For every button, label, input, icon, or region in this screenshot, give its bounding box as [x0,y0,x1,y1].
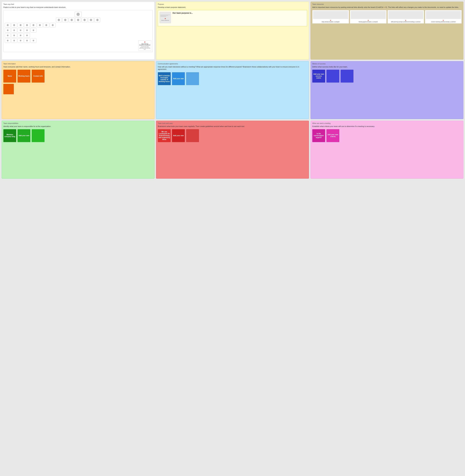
org-template-title: Org chart by location | Lucidchart [139,43,150,45]
purpose-text-area: Our team purpose is... [172,12,305,14]
responsibilities-sticky-2[interactable]: Add your own [18,129,30,142]
resource-label-3: DMS planning example (conditional format… [391,21,421,22]
mission-label: Mission alignment [161,20,169,21]
tools-sticky-3[interactable] [186,129,199,142]
org-template-desc: Use this org chart template, then paste … [139,46,150,50]
org-row-5 [5,33,151,38]
panel-comms: Communication agreements How will you re… [156,61,309,119]
tools-desc: Brainstorm what tools your team uses reg… [158,125,307,128]
org-node-6-1 [5,38,11,43]
info-sticky-hours[interactable]: Working hours [18,70,30,83]
info-sticky-contact[interactable]: Contact info [32,70,44,83]
info-desc: Have everyone add their name, working ho… [3,66,153,68]
comms-label: Communication agreements [158,63,307,65]
org-node-5-4 [24,33,30,38]
org-node-5-3 [18,33,23,38]
purpose-inner[interactable]: ✱ Mission alignment Our team purpose is.… [158,10,307,26]
purpose-thumbnail: ✱ Mission alignment [160,12,171,23]
thumb-lines [160,14,170,17]
org-avatar [76,13,80,16]
org-node-2-5 [82,18,87,22]
resource-icon-1: ✱ [330,20,331,21]
panel-purpose: Purpose Develop a team purpose statement… [156,2,309,60]
meeting-stickies-row: Is the conversation urgent? Add your own… [312,129,462,142]
thumb-line-3 [160,16,166,17]
org-node-6-5 [31,38,36,43]
org-node-2-3 [69,18,74,22]
org-node-3-4 [24,23,30,27]
responsibilities-stickies-row: Maintain company blog Add your own [3,129,153,142]
panel-meeting: When we need a meeting Establish what cr… [311,121,463,179]
metrics-sticky-3[interactable] [341,70,353,83]
resource-card-1[interactable]: ✱ Daily standup template | Lucidspark [312,10,349,23]
metrics-desc: Define what success looks like for your … [312,66,462,68]
org-row-4 [5,28,151,33]
resource-card-2[interactable]: ✱ Meeting agenda template | Lucidspark [350,10,387,23]
metrics-label: Metrics of success [312,63,462,65]
comms-stickies-row: We'll schedule messages outside of worki… [158,72,307,85]
org-node-3-5 [31,23,36,27]
meeting-sticky-2[interactable]: Add your own criteria [327,129,339,142]
comms-sticky-1[interactable]: We'll schedule messages outside of worki… [158,72,171,85]
responsibilities-sticky-3[interactable] [32,129,44,142]
metrics-sticky-2[interactable] [327,70,339,83]
resource-icon-3: ✱ [405,20,406,21]
org-node-3-1 [5,23,11,27]
org-node-4-3 [18,28,23,33]
thumb-line-1 [160,15,170,15]
comms-sticky-2[interactable]: Add your own [172,72,185,85]
org-node-2-1 [56,18,62,22]
org-node-3-2 [11,23,17,27]
org-node-4-1 [5,28,11,33]
info-stickies-row2 [3,84,153,94]
purpose-label: Purpose [158,3,307,5]
panel-info: Team information Have everyone add their… [2,61,154,119]
tools-sticky-1[interactable]: We use Lucidspark for brainstorming and … [158,129,171,142]
org-row-top [5,11,151,17]
org-node-3-7 [43,23,49,27]
org-node-3-3 [18,23,23,27]
panel-resources: Team resources Add in important team res… [311,2,463,60]
resource-icon-4: ✱ [443,20,444,21]
org-node-6-4 [24,38,30,43]
lucidchart-icon: ✱ [144,41,146,43]
org-chart-area[interactable]: ✱ Org chart by location | Lucidchart Use… [3,10,153,52]
purpose-desc: Develop a team purpose statement. [158,6,307,9]
org-template-box: ✱ Org chart by location | Lucidchart Use… [138,40,151,51]
org-row-2 [5,18,151,22]
org-node-ceo [74,11,82,17]
tools-stickies-row: We use Lucidspark for brainstorming and … [158,129,307,142]
resource-icon-2: ✱ [368,20,369,21]
resources-grid: ✱ Daily standup template | Lucidspark ✱ … [312,10,462,23]
panel-tools: Team tools and uses Brainstorm what tool… [156,121,309,179]
org-node-4-4 [24,28,30,33]
org-row-6 [5,38,151,43]
resource-card-4[interactable]: ✱ Content marketing workflow example | L… [425,10,462,23]
meeting-desc: Establish what criteria your team will u… [312,125,462,128]
responsibilities-desc: Identify what your team is responsible f… [3,125,153,128]
main-grid: Team org chart Paste in a link to your t… [2,2,463,179]
org-node-5-1 [5,33,11,38]
panel-responsibilities: Team responsibilities Identify what your… [2,121,154,179]
org-label: Team org chart [3,3,153,5]
meeting-label: When we need a meeting [312,122,462,124]
info-stickies-row: Name Working hours Contact info [3,70,153,83]
resource-thumb-4 [426,11,461,19]
info-sticky-extra[interactable] [3,84,14,94]
resource-label-4: Content marketing workflow example | Luc… [431,21,456,22]
info-sticky-name[interactable]: Name [3,70,16,83]
tools-sticky-2[interactable]: Add your own [172,129,185,142]
resource-thumb-2 [351,11,386,19]
org-node-2-6 [88,18,94,22]
metrics-sticky-1[interactable]: Add your own success metric [312,70,325,83]
mission-icon: ✱ [165,18,166,20]
org-node-3-6 [37,23,43,27]
resource-label-2: Meeting agenda template | Lucidspark [359,21,378,22]
org-node-2-4 [75,18,81,22]
comms-sticky-3[interactable] [186,72,199,85]
resource-card-3[interactable]: ✱ DMS planning example (conditional form… [388,10,424,23]
org-node-6-2 [11,38,17,43]
responsibilities-sticky-1[interactable]: Maintain company blog [3,129,16,142]
org-node-2-2 [62,18,68,22]
meeting-sticky-1[interactable]: Is the conversation urgent? [312,129,325,142]
